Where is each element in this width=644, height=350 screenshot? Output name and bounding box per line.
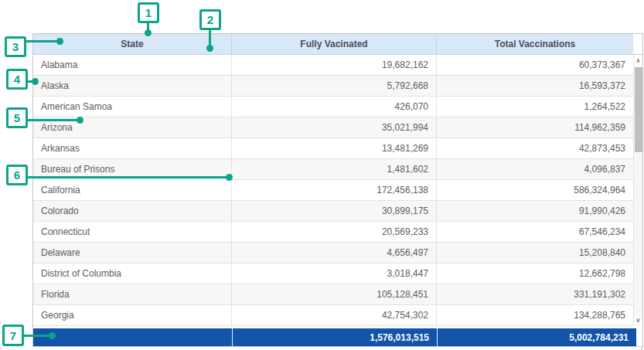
total-vaccinations-cell: 60,373,367 [437,55,633,75]
fully-vacinated-cell: 19,682,162 [232,55,437,75]
callout-3: 3 [5,36,26,57]
total-vaccinations-cell: 15,208,840 [437,243,633,263]
callout-1: 1 [138,2,159,23]
vertical-scrollbar[interactable]: ∧ ∨ [633,55,642,326]
table-row[interactable]: Delaware 4,656,497 15,208,840 [33,243,642,263]
table-row[interactable]: Georgia 42,754,302 134,288,765 [33,305,642,326]
table-row[interactable]: Alabama 19,682,162 60,373,367 [33,55,642,76]
chevron-down-icon: ∨ [636,318,641,324]
callout-7-dot [49,332,56,339]
totals-fully-vacinated-cell: 1,576,013,515 [233,328,438,346]
state-cell: Florida [33,284,232,304]
total-vaccinations-cell: 67,546,234 [437,222,633,242]
total-vaccinations-cell: 1,264,522 [437,97,633,117]
fully-vacinated-cell: 1,481,602 [232,159,437,179]
table-row[interactable]: American Samoa 426,070 1,264,522 [33,97,642,117]
callout-1-dot [145,29,152,36]
column-header-total-vaccinations[interactable]: Total Vaccinations [437,34,633,54]
table-header-row: State Fully Vacinated Total Vaccinations [33,34,642,55]
total-vaccinations-cell: 4,096,837 [437,159,633,179]
state-cell: American Samoa [33,97,232,117]
state-cell: Connecticut [33,222,232,242]
table-row[interactable]: District of Columbia 3,018,447 12,662,79… [33,263,642,284]
fully-vacinated-cell: 4,656,497 [232,243,437,263]
callout-5: 5 [6,107,28,128]
state-cell: Arkansas [33,138,232,158]
total-vaccinations-cell: 331,191,302 [437,284,633,304]
resize-grip-icon[interactable] [638,342,644,348]
callout-5-connector [27,119,80,121]
totals-row: 1,576,013,515 5,002,784,231 [33,328,636,346]
total-vaccinations-cell: 586,324,964 [437,180,633,200]
table-row[interactable]: Arizona 35,021,994 114,962,359 [33,117,642,138]
total-vaccinations-cell: 42,873,453 [437,138,633,158]
state-cell: Alabama [33,55,232,75]
state-cell: Colorado [33,201,232,221]
totals-total-vaccinations-cell: 5,002,784,231 [438,328,636,346]
fully-vacinated-cell: 105,128,451 [232,284,437,304]
state-cell: Alaska [33,76,232,96]
callout-4-dot [32,78,39,85]
callout-5-dot [77,117,83,124]
total-vaccinations-cell: 12,662,798 [437,263,633,284]
callout-7: 7 [2,325,24,346]
callout-2-dot [206,45,213,52]
scroll-up-button[interactable]: ∧ [634,55,642,66]
callout-2: 2 [199,9,221,30]
total-vaccinations-cell: 91,990,426 [437,201,633,221]
column-header-state[interactable]: State [33,34,232,54]
fully-vacinated-cell: 172,456,138 [232,180,437,200]
fully-vacinated-cell: 5,792,668 [232,76,437,96]
chevron-up-icon: ∧ [636,58,641,64]
list-table: State Fully Vacinated Total Vaccinations… [32,33,643,347]
totals-state-cell [33,328,233,346]
state-cell: California [33,180,232,200]
callout-6-dot [226,174,233,181]
table-row[interactable]: California 172,456,138 586,324,964 [33,180,642,201]
state-cell: Georgia [33,305,232,325]
column-header-fully-vacinated[interactable]: Fully Vacinated [232,34,437,54]
list-table-screenshot: State Fully Vacinated Total Vaccinations… [0,0,644,350]
fully-vacinated-cell: 35,021,994 [232,117,437,138]
callout-6: 6 [6,165,28,185]
state-cell: District of Columbia [33,263,232,284]
fully-vacinated-cell: 42,754,302 [232,305,437,325]
fully-vacinated-cell: 30,899,175 [232,201,437,221]
callout-4: 4 [6,69,28,90]
header-scrollbar-spacer [633,34,642,54]
total-vaccinations-cell: 114,962,359 [437,117,633,138]
callout-6-connector [27,176,230,178]
table-row[interactable]: Arkansas 13,481,269 42,873,453 [33,138,642,159]
callout-3-dot [56,38,63,45]
table-row[interactable]: Florida 105,128,451 331,191,302 [33,284,642,305]
scroll-down-button[interactable]: ∨ [634,314,642,326]
fully-vacinated-cell: 3,018,447 [232,263,437,284]
fully-vacinated-cell: 426,070 [232,97,437,117]
fully-vacinated-cell: 20,569,233 [232,222,437,242]
table-body: Alabama 19,682,162 60,373,367 Alaska 5,7… [33,55,642,326]
table-row[interactable]: Colorado 30,899,175 91,990,426 [33,201,642,222]
callout-3-connector [26,40,60,42]
total-vaccinations-cell: 16,593,372 [437,76,633,96]
state-cell: Delaware [33,243,232,263]
scrollbar-thumb[interactable] [635,67,642,152]
total-vaccinations-cell: 134,288,765 [437,305,633,325]
table-row[interactable]: Alaska 5,792,668 16,593,372 [33,76,642,97]
table-row[interactable]: Connecticut 20,569,233 67,546,234 [33,222,642,243]
fully-vacinated-cell: 13,481,269 [232,138,437,158]
